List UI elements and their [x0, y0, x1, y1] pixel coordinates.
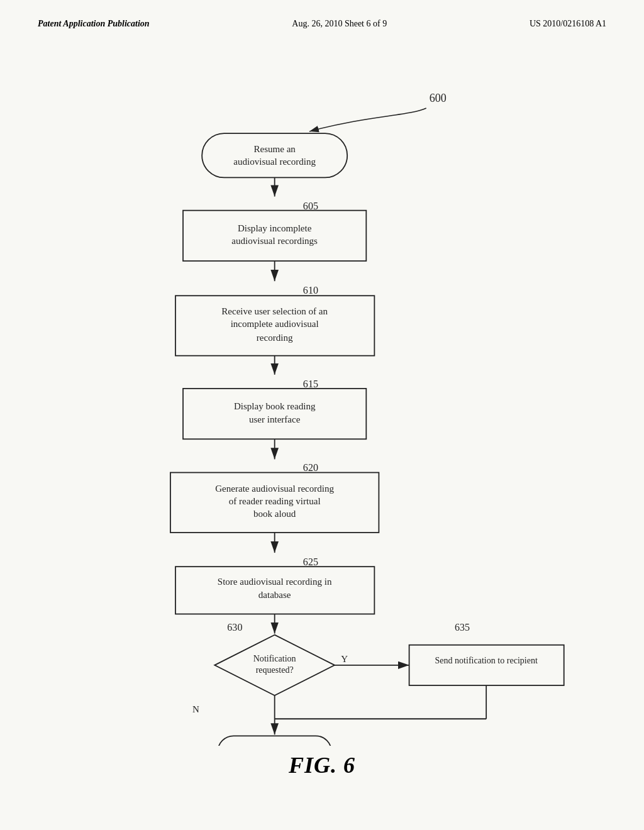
- node-615-line2: user interface: [249, 414, 301, 424]
- header-patent-number: US 2010/0216108 A1: [530, 19, 606, 29]
- label-615: 615: [303, 379, 318, 389]
- node-620-line1: Generate audiovisual recording: [215, 484, 334, 494]
- page: Patent Application Publication Aug. 26, …: [0, 0, 644, 830]
- label-625: 625: [303, 556, 318, 567]
- label-n: N: [192, 704, 199, 714]
- node-start-line2: audiovisual recording: [233, 157, 316, 167]
- label-600: 600: [430, 92, 447, 104]
- node-630-line1: Notification: [253, 653, 296, 663]
- node-610-line1: Receive user selection of an: [221, 306, 328, 316]
- node-605-line1: Display incomplete: [238, 223, 312, 233]
- header-publication: Patent Application Publication: [38, 19, 150, 29]
- node-done-shape: [218, 736, 331, 746]
- diagram-svg: 600 Resume an audiovisual recording 605 …: [38, 54, 606, 746]
- node-605-line2: audiovisual recordings: [231, 236, 318, 246]
- node-615-shape: [183, 389, 366, 439]
- label-635: 635: [455, 622, 470, 633]
- flowchart: 600 Resume an audiovisual recording 605 …: [38, 54, 606, 746]
- node-615-line1: Display book reading: [234, 401, 316, 411]
- header: Patent Application Publication Aug. 26, …: [38, 19, 606, 29]
- label-y: Y: [341, 654, 348, 664]
- header-date-sheet: Aug. 26, 2010 Sheet 6 of 9: [292, 19, 387, 29]
- node-620-line2: of reader reading virtual: [229, 496, 321, 506]
- label-610: 610: [303, 285, 318, 296]
- node-start-line1: Resume an: [253, 144, 296, 154]
- node-625-line1: Store audiovisual recording in: [218, 577, 332, 587]
- label-620: 620: [303, 463, 318, 473]
- node-630-line2: requested?: [256, 665, 294, 675]
- node-610-line3: recording: [257, 333, 293, 343]
- node-610-line2: incomplete audiovisual: [231, 319, 319, 329]
- figure-label: FIG. 6: [38, 752, 606, 778]
- node-620-line3: book aloud: [253, 509, 296, 519]
- node-625-line2: database: [258, 590, 291, 600]
- node-start-shape: [202, 133, 347, 177]
- entry-arrow: [309, 108, 426, 131]
- label-630: 630: [227, 622, 242, 633]
- node-635-line1: Send notification to recipient: [435, 655, 538, 665]
- label-605: 605: [303, 201, 318, 211]
